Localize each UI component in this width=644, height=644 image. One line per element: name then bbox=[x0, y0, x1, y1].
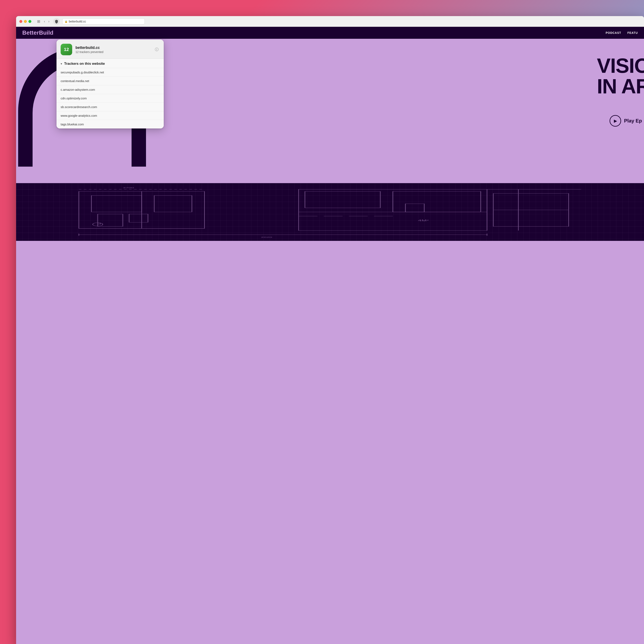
lock-icon: 🔒 bbox=[65, 20, 68, 23]
tracker-domain: cdn.optimizely.com bbox=[61, 97, 87, 100]
title-bar: ⊞ ‹ › 🔒 betterbuild.cc bbox=[16, 16, 223, 27]
svg-rect-4 bbox=[129, 214, 148, 222]
tracker-item: contextual.media.net bbox=[57, 77, 164, 85]
site-logo: BetterBuild bbox=[22, 29, 53, 36]
close-button[interactable] bbox=[19, 20, 22, 23]
svg-text:3700: 3700 bbox=[123, 187, 134, 189]
chevron-down-icon: ▾ bbox=[61, 62, 62, 65]
site-header: BetterBuild PODCAST FEATU bbox=[16, 27, 223, 39]
tracker-domain: contextual.media.net bbox=[61, 79, 89, 83]
fullscreen-button[interactable] bbox=[28, 20, 31, 23]
shield-icon bbox=[54, 19, 59, 24]
tracker-item: securepubads.g.doubleclick.net bbox=[57, 68, 164, 77]
popup-body[interactable]: ▾ Trackers on this website securepubads.… bbox=[57, 59, 164, 128]
tracker-domain: securepubads.g.doubleclick.net bbox=[61, 71, 104, 74]
shield-badge: 12 bbox=[61, 44, 72, 55]
tracker-item: www.google-analytics.com bbox=[57, 111, 164, 120]
tracker-item: cdn.optimizely.com bbox=[57, 94, 164, 103]
tracker-domain: sb.scorecardresearch.com bbox=[61, 105, 97, 109]
url-text: betterbuild.cc bbox=[69, 20, 86, 23]
tracker-item: c.amazon-adsystem.com bbox=[57, 85, 164, 94]
section-title: Trackers on this website bbox=[64, 62, 105, 66]
tracker-item: sb.scorecardresearch.com bbox=[57, 103, 164, 111]
shield-nav-button[interactable] bbox=[53, 18, 60, 25]
svg-rect-1 bbox=[91, 195, 142, 212]
tracker-popup: 12 betterbuild.cc 12 trackers prevented … bbox=[57, 40, 164, 128]
logo-text-dark: BetterBu bbox=[22, 29, 47, 36]
address-bar[interactable]: 🔒 betterbuild.cc bbox=[62, 18, 145, 25]
popup-site-name: betterbuild.cc bbox=[75, 46, 151, 50]
popup-site-info: betterbuild.cc 12 trackers prevented bbox=[75, 46, 151, 54]
svg-rect-2 bbox=[154, 195, 192, 212]
nav-arrows: ‹ › bbox=[43, 19, 51, 24]
tracker-item: tags.bluekai.com bbox=[57, 120, 164, 128]
svg-rect-3 bbox=[98, 214, 123, 223]
tracker-domain: c.amazon-adsystem.com bbox=[61, 88, 95, 91]
back-button[interactable]: ‹ bbox=[43, 19, 46, 24]
popup-info-button[interactable]: ⓘ bbox=[154, 47, 160, 52]
popup-header: 12 betterbuild.cc 12 trackers prevented … bbox=[57, 40, 164, 59]
sidebar-toggle-button[interactable]: ⊞ bbox=[37, 19, 40, 24]
traffic-lights bbox=[19, 20, 31, 23]
blueprint-svg: 3 3700 4M² bbox=[16, 183, 223, 223]
blueprint-section: 3 3700 4M² bbox=[16, 183, 223, 223]
forward-button[interactable]: › bbox=[47, 19, 51, 24]
browser-window: ⊞ ‹ › 🔒 betterbuild.cc BetterBuild PODCA… bbox=[16, 16, 223, 223]
badge-number: 12 bbox=[64, 47, 69, 52]
minimize-button[interactable] bbox=[24, 20, 27, 23]
website-content: BetterBuild PODCAST FEATU VISIO IN AR ▶ … bbox=[16, 27, 223, 223]
tracker-list: securepubads.g.doubleclick.net contextua… bbox=[57, 68, 164, 128]
logo-text-purple: ild bbox=[47, 29, 53, 36]
popup-trackers-count: 12 trackers prevented bbox=[75, 50, 151, 54]
tracker-domain: www.google-analytics.com bbox=[61, 114, 97, 117]
tracker-domain: tags.bluekai.com bbox=[61, 122, 84, 126]
trackers-section-header[interactable]: ▾ Trackers on this website bbox=[57, 59, 164, 68]
